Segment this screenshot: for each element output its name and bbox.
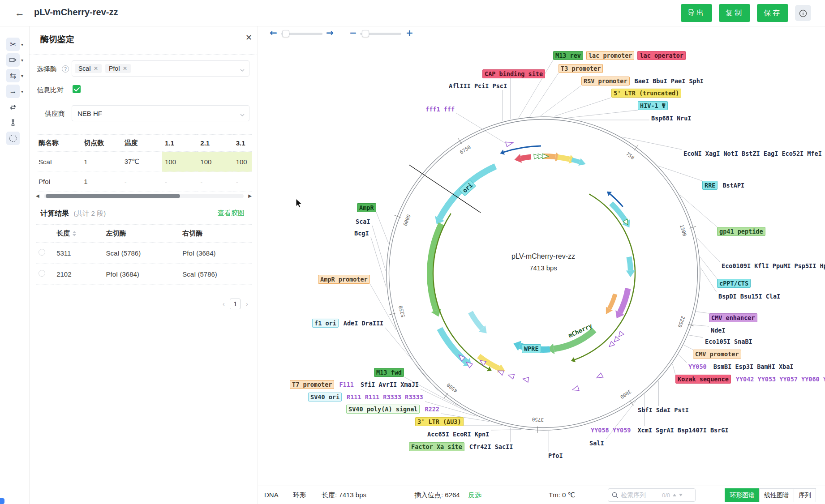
save-button[interactable]: 保存	[757, 4, 788, 22]
export-button[interactable]: 导出	[681, 4, 712, 22]
close-icon[interactable]: ✕	[245, 33, 252, 43]
toolbar-dashed-circle-icon[interactable]	[6, 131, 24, 145]
map-feature-label[interactable]: Eco0109I KflI PpuMI Psp5II Hpa	[720, 262, 825, 270]
scrollbar-track[interactable]	[44, 194, 244, 198]
chevron-down-icon[interactable]: ▾	[21, 73, 23, 78]
map-feature-label[interactable]: PfoI	[546, 452, 565, 460]
info-button[interactable]	[795, 5, 811, 21]
map-feature-label[interactable]: f1 oriAdeI DraIII	[312, 319, 385, 328]
leader-line	[697, 238, 720, 262]
map-feature-label[interactable]: CMV enhancer	[709, 313, 757, 322]
rotate-slider-handle[interactable]	[282, 30, 289, 37]
back-icon[interactable]: ←	[13, 7, 26, 20]
enzyme-select[interactable]: ScaI✕PfoI✕	[72, 60, 249, 77]
map-feature-label[interactable]: SalI	[588, 439, 606, 447]
enzyme-table-row[interactable]: PfoI1----	[36, 172, 252, 192]
rotate-slider[interactable]	[281, 33, 322, 35]
horizontal-scrollbar[interactable]: ◀ ▶	[36, 193, 252, 199]
map-feature-label[interactable]: Factor Xa siteCfr42I SacII	[409, 442, 515, 451]
sort-icon[interactable]	[73, 231, 76, 236]
map-feature-label[interactable]: CAP binding site	[482, 69, 545, 78]
result-row[interactable]: 5311ScaI (5786)PfoI (3684)	[36, 243, 252, 264]
chevron-down-icon[interactable]: ▾	[21, 42, 23, 47]
map-feature-label[interactable]: Kozak sequenceYY042 YY053 YY057 YY060 YY…	[675, 375, 825, 384]
map-feature-label[interactable]: Eco105I SnaBI	[703, 337, 754, 346]
toolbar-repeat-icon[interactable]	[6, 100, 24, 114]
view-button[interactable]: 线性图谱	[759, 488, 794, 502]
chevron-down-icon[interactable]: ▾	[21, 89, 23, 94]
map-feature-label[interactable]: EcoNI XagI NotI BstZI EagI Eco52I MfeI M	[682, 149, 825, 158]
search-prev-icon[interactable]	[673, 494, 676, 496]
view-button[interactable]: 环形图谱	[725, 488, 760, 502]
scroll-right-icon[interactable]: ▶	[248, 193, 252, 198]
scrollbar-thumb[interactable]	[46, 194, 180, 198]
map-feature-label[interactable]: gp41 peptide	[717, 227, 765, 236]
scroll-left-icon[interactable]: ◀	[36, 193, 39, 198]
map-feature-label[interactable]: RSV promoterBaeI BbuI PaeI SphI	[581, 77, 705, 85]
remove-tag-icon[interactable]: ✕	[94, 65, 98, 72]
map-feature-label[interactable]: fff1 fff	[424, 105, 456, 113]
search-input[interactable]	[621, 491, 659, 499]
map-feature-label[interactable]: M13 revlac promoterlac operator	[553, 51, 686, 60]
zoom-in-icon[interactable]: +	[406, 27, 413, 38]
enzyme-table-cell: 1	[81, 152, 121, 172]
map-feature-label[interactable]: T7 promoterF111SfiI AvrII XmaJI	[290, 380, 421, 389]
map-feature-label[interactable]: SV40 oriR111 R111 R3333 R3333	[308, 393, 425, 401]
copy-button[interactable]: 复制	[719, 4, 750, 22]
row-radio[interactable]	[39, 270, 45, 277]
page-number[interactable]: 1	[230, 299, 241, 309]
zoom-slider[interactable]	[360, 33, 401, 35]
enzyme-tag[interactable]: PfoI✕	[105, 64, 131, 73]
toolbar-scissors-icon[interactable]: ✂▾	[6, 37, 24, 51]
zoom-slider-handle[interactable]	[362, 30, 369, 37]
search-next-icon[interactable]	[679, 494, 683, 496]
map-feature-label[interactable]: YY050BsmBI Esp3I BamHI XbaI	[687, 363, 795, 371]
sequence-search-box[interactable]: 0/0	[608, 488, 696, 502]
toolbar-arrow-right-icon[interactable]: →▾	[6, 84, 24, 98]
help-icon[interactable]: ?	[62, 65, 69, 73]
map-feature-label[interactable]: M13 fwd	[374, 368, 404, 377]
rotate-right-icon[interactable]: →	[326, 27, 334, 38]
map-feature-label[interactable]: BspDI Bsu15I ClaI	[717, 292, 782, 300]
map-feature-label[interactable]: T3 promoter	[559, 64, 603, 73]
remove-tag-icon[interactable]: ✕	[123, 65, 127, 72]
view-gel-link[interactable]: 查看胶图	[218, 209, 245, 218]
map-feature-label[interactable]: CMV promoter	[693, 350, 741, 359]
map-feature-label[interactable]: YY058 YY059XcmI SgrAI Bsp1407I BsrGI	[589, 426, 730, 434]
rotate-left-icon[interactable]: ←	[270, 27, 277, 38]
map-feature-label[interactable]: SV40 poly(A) signalR222	[346, 405, 441, 414]
view-button[interactable]: 序列	[794, 488, 816, 502]
map-feature-label[interactable]: Bsp68I NruI	[649, 114, 693, 122]
result-row[interactable]: 2102PfoI (3684)ScaI (5786)	[36, 264, 252, 285]
info-compare-checkbox[interactable]	[73, 85, 81, 93]
prev-page-icon[interactable]: ‹	[219, 300, 228, 308]
tick-label: 4500	[446, 382, 459, 394]
enzyme-tag[interactable]: ScaI✕	[75, 64, 102, 73]
map-feature-label[interactable]: NdeI	[709, 326, 727, 334]
map-feature-label[interactable]: 5' LTR (truncated)	[611, 89, 681, 98]
enzyme-table-row[interactable]: ScaI137℃100100100	[36, 152, 252, 172]
supplier-select[interactable]: NEB HF	[72, 105, 249, 121]
map-feature-label[interactable]: AflIII PciI PscI	[447, 82, 509, 90]
results-header-length[interactable]: 长度	[54, 225, 103, 243]
invert-selection-link[interactable]: 反选	[468, 491, 481, 500]
map-feature-label[interactable]: RREBstAPI	[702, 181, 746, 190]
map-feature-label[interactable]: cPPT/CTS	[717, 279, 751, 288]
row-radio[interactable]	[39, 249, 45, 256]
map-feature-label[interactable]: ScaI	[354, 218, 372, 226]
map-feature-label[interactable]: 3' LTR (ΔU3)	[415, 417, 464, 426]
map-feature-label[interactable]: AmpR	[357, 203, 376, 212]
map-feature-label[interactable]: HIV-1 Ψ	[638, 101, 668, 110]
chevron-down-icon[interactable]: ▾	[21, 58, 23, 63]
map-feature-label[interactable]: BcgI	[352, 229, 371, 237]
map-feature-label[interactable]: AmpR promoter	[318, 275, 370, 284]
next-page-icon[interactable]: ›	[242, 300, 252, 308]
map-feature-label[interactable]: WPRE	[522, 344, 541, 353]
plasmid-map[interactable]: 75015002250300037504500525060006750 pLV-…	[258, 26, 825, 486]
toolbar-flask-icon[interactable]	[6, 115, 24, 130]
zoom-out-icon[interactable]: −	[349, 27, 357, 38]
map-feature-label[interactable]: SbfI SdaI PstI	[636, 406, 691, 414]
toolbar-swap-arrows-icon[interactable]: ⇆▾	[6, 68, 24, 83]
toolbar-tag-icon[interactable]: ▾	[6, 53, 24, 67]
map-feature-label[interactable]: Acc65I EcoRI KpnI	[425, 430, 491, 438]
